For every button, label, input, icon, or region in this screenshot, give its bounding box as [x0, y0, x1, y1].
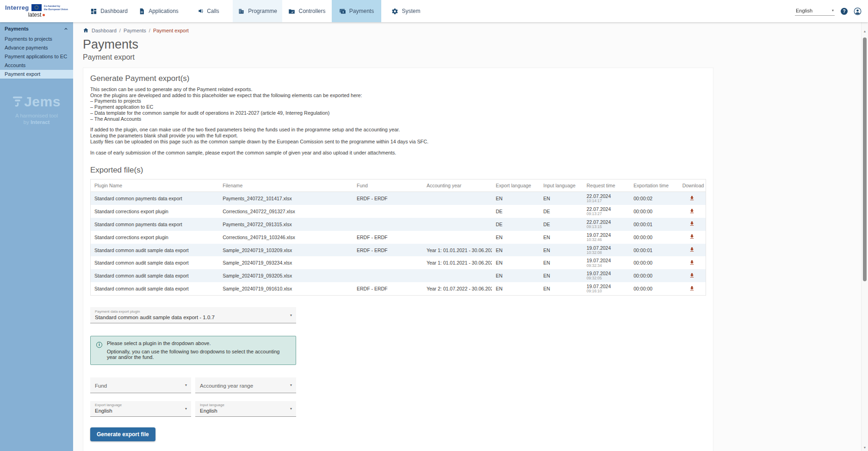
sidebar-item-payment-applications-to-ec[interactable]: Payment applications to EC — [0, 52, 73, 61]
cell-filename: Sample_20240719_093205.xlsx — [219, 269, 353, 282]
cell-fund: ERDF - ERDF — [353, 192, 423, 205]
scrollbar-thumb[interactable] — [863, 37, 867, 281]
generate-section-heading: Generate Payment export(s) — [90, 74, 706, 83]
nav-controllers[interactable]: Controllers — [282, 0, 332, 22]
scrollbar-down-arrow[interactable]: ▼ — [862, 446, 868, 449]
sidebar-item-advance-payments[interactable]: Advance payments — [0, 43, 73, 52]
table-row: Standard common audit sample data export… — [91, 256, 706, 269]
filters-row: Fund ▾ Accounting year range ▾ — [90, 377, 706, 393]
breadcrumb-payments[interactable]: Payments — [124, 28, 146, 33]
nav-dashboard[interactable]: Dashboard — [84, 0, 134, 22]
cell-export-language: EN — [492, 256, 539, 269]
input-language-select[interactable]: Input language English ▾ — [195, 401, 296, 417]
eu-flag-icon — [31, 4, 42, 11]
jems-branding: Jems A harmonised tool by Interact — [0, 94, 73, 125]
nav-system[interactable]: System — [381, 0, 431, 22]
table-row: Standard common audit sample data export… — [91, 282, 706, 295]
cell-download — [679, 282, 706, 295]
cell-export-language: EN — [492, 231, 539, 244]
cell-accounting-year — [423, 205, 492, 218]
col-input-language: Input language — [539, 179, 583, 192]
chevron-down-icon: ▾ — [832, 8, 834, 12]
exported-files-heading: Exported file(s) — [90, 166, 706, 175]
cell-accounting-year — [423, 231, 492, 244]
cell-exportation-time: 00:00:00 — [630, 269, 678, 282]
chevron-down-icon: ▾ — [290, 313, 292, 317]
cell-download — [679, 205, 706, 218]
main-content: Dashboard / Payments / Payment export Pa… — [73, 22, 868, 451]
cell-export-language: DE — [492, 205, 539, 218]
main-nav: Dashboard Applications Calls Programme C… — [84, 0, 431, 22]
download-icon[interactable] — [689, 195, 695, 201]
language-row: Export language English ▾ Input language… — [90, 401, 706, 417]
cell-download — [679, 256, 706, 269]
account-icon[interactable] — [854, 7, 862, 15]
download-icon[interactable] — [689, 259, 695, 266]
plugin-select[interactable]: Payment data export plugin Standard comm… — [90, 307, 296, 323]
cell-request-time: 19.07.2024 09:32:34 — [583, 256, 630, 269]
cell-filename: Corrections_240719_103246.xlsx — [219, 231, 353, 244]
cell-filename: Sample_20240719_103209.xlsx — [219, 244, 353, 257]
cell-request-time: 19.07.2024 10:32:46 — [583, 231, 630, 244]
accounting-year-select[interactable]: Accounting year range ▾ — [195, 377, 296, 393]
cell-download — [679, 192, 706, 205]
info-icon: i — [96, 342, 102, 348]
nav-applications[interactable]: Applications — [134, 0, 183, 22]
vertical-scrollbar: ▲ ▼ — [861, 22, 868, 451]
cell-accounting-year: Year 1: 01.01.2021 - 30.06.2022 — [423, 244, 492, 257]
breadcrumb-dashboard[interactable]: Dashboard — [92, 28, 117, 33]
interreg-logo: Interreg Co-funded by the European Union… — [0, 0, 73, 22]
version-label: latest — [28, 12, 45, 18]
col-accounting-year: Accounting year — [423, 179, 492, 192]
col-request-time: Request time — [583, 179, 630, 192]
sidebar-item-payments-to-projects[interactable]: Payments to projects — [0, 35, 73, 43]
cell-download — [679, 269, 706, 282]
table-row: Standard corrections export plugin Corre… — [91, 205, 706, 218]
cell-input-language: DE — [539, 205, 583, 218]
dashboard-icon — [90, 8, 97, 15]
col-download: Download — [679, 179, 706, 192]
language-select[interactable]: English ▾ — [795, 7, 835, 16]
cell-fund: ERDF - ERDF — [353, 231, 423, 244]
nav-programme[interactable]: Programme — [233, 0, 282, 22]
cell-download — [679, 218, 706, 231]
help-icon[interactable]: ? — [841, 8, 848, 15]
scrollbar-up-arrow[interactable]: ▲ — [862, 30, 868, 33]
generate-section-text-3: In case of early submission of the commo… — [90, 150, 706, 156]
app-header: Interreg Co-funded by the European Union… — [0, 0, 868, 22]
fund-select[interactable]: Fund ▾ — [90, 377, 191, 393]
cell-fund — [353, 269, 423, 282]
jems-byline: by Interact — [0, 119, 73, 125]
cell-input-language: EN — [539, 282, 583, 295]
cell-filename: Corrections_240722_091327.xlsx — [219, 205, 353, 218]
table-row: Standard common payments data export Pay… — [91, 218, 706, 231]
info-box: i Please select a plugin in the dropdown… — [90, 336, 296, 365]
download-icon[interactable] — [689, 234, 695, 240]
download-icon[interactable] — [689, 247, 695, 253]
info-box-text: Please select a plugin in the dropdown a… — [107, 340, 290, 360]
cell-exportation-time: 00:00:00 — [630, 205, 678, 218]
sidebar-item-accounts[interactable]: Accounts — [0, 61, 73, 70]
breadcrumb: Dashboard / Payments / Payment export — [83, 22, 868, 33]
export-language-select[interactable]: Export language English ▾ — [90, 401, 191, 417]
nav-calls[interactable]: Calls — [183, 0, 233, 22]
col-export-language: Export language — [492, 179, 539, 192]
cell-plugin-name: Standard common payments data export — [91, 192, 219, 205]
cell-plugin-name: Standard corrections export plugin — [91, 231, 219, 244]
sidebar-menu: Payments Payments to projects Advance pa… — [0, 22, 73, 79]
cell-request-time: 22.07.2024 10:14:17 — [583, 192, 630, 205]
download-icon[interactable] — [689, 208, 695, 214]
download-icon[interactable] — [689, 221, 695, 227]
download-icon[interactable] — [689, 272, 695, 278]
home-icon[interactable] — [83, 27, 89, 33]
cell-filename: Payments_240722_091315.xlsx — [219, 218, 353, 231]
nav-payments[interactable]: Payments — [332, 0, 381, 22]
jems-logo-text: Jems — [24, 94, 61, 110]
generate-export-file-button[interactable]: Generate export file — [90, 427, 155, 441]
cell-fund — [353, 205, 423, 218]
col-fund: Fund — [353, 179, 423, 192]
cell-fund: ERDF - ERDF — [353, 282, 423, 295]
sidebar-item-payment-export[interactable]: Payment export — [0, 70, 73, 79]
download-icon[interactable] — [689, 285, 695, 291]
sidebar-section-payments[interactable]: Payments — [0, 22, 73, 35]
